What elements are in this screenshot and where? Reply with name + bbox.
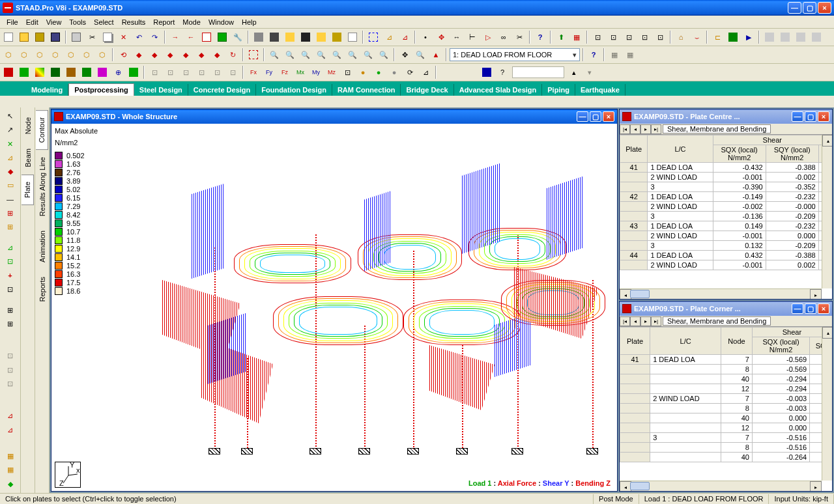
menu-help[interactable]: Help [238,17,261,27]
pan-button[interactable]: ✥ [397,48,412,62]
menu-report[interactable]: Report [149,17,179,27]
arrow-down-button[interactable]: ▾ [582,65,597,79]
copy-button[interactable] [100,30,115,44]
d1-button[interactable]: ⊡ [3,350,18,362]
zoom-in-button[interactable]: 🔍 [267,48,281,62]
win1-button[interactable] [762,30,777,44]
scissors-button[interactable]: ✂ [512,30,526,44]
arrow-out-button[interactable]: ← [184,30,198,44]
pc-max-button[interactable]: ▢ [805,111,816,122]
fx-button[interactable]: Fx [246,65,261,79]
arrow-up-button[interactable]: ▴ [567,65,581,79]
g8-button[interactable]: ⊡ [225,65,240,79]
vscroll[interactable] [822,327,832,481]
pr-min-button[interactable]: — [792,303,803,314]
move-button[interactable]: ✥ [434,30,448,44]
d3-button[interactable]: ⊡ [3,378,18,390]
ruler-button[interactable]: ⊿ [382,30,396,44]
view-top-button[interactable]: ⬡ [33,48,47,62]
redo-button[interactable]: ↷ [147,30,162,44]
mode-tab-piping[interactable]: Piping [542,84,575,96]
tool-button[interactable]: 🔧 [231,30,245,44]
dim-h-button[interactable]: ↔ [450,30,464,44]
plate-centre-titlebar[interactable]: EXAMP09.STD - Plate Centre ... — ▢ × [620,109,832,124]
p8-button[interactable]: ⊕ [111,65,125,79]
vtab-reports[interactable]: Reports [36,270,49,309]
g6-button[interactable]: ⊡ [194,65,208,79]
zoom-in2-button[interactable]: 🔍 [283,48,297,62]
zoom-window-button[interactable] [246,48,261,62]
menu-results[interactable]: Results [118,17,150,27]
rot6-button[interactable]: ◆ [210,48,224,62]
f3-button[interactable]: ◆ [3,478,18,490]
structure-titlebar[interactable]: EXAMP09.STD - Whole Structure — ▢ × [51,109,617,124]
st5-button[interactable]: ⊡ [653,30,667,44]
struct-close-button[interactable]: × [603,111,614,122]
r3-button[interactable]: ● [387,65,401,79]
zoom-dyn-button[interactable]: 🔍 [413,48,427,62]
zoom-d-button[interactable]: 🔍 [377,48,391,62]
f1-button[interactable]: ▦ [3,450,18,462]
close-button[interactable]: × [818,2,831,14]
cursor2-button[interactable]: ↗ [3,124,18,136]
hscroll[interactable] [620,481,822,491]
st4-button[interactable]: ⊡ [637,30,652,44]
loop-button[interactable]: ∞ [496,30,511,44]
menu-window[interactable]: Window [205,17,238,27]
solid-sel-button[interactable]: — [3,193,18,205]
win4-button[interactable] [809,30,824,44]
disp-button[interactable]: ⊡ [340,65,354,79]
open-file-button[interactable] [17,30,31,44]
view-front-button[interactable]: ⬡ [95,48,109,62]
mx-button[interactable]: Mx [293,65,308,79]
pc-tab-first[interactable]: |◂ [620,124,630,134]
p7-button[interactable] [95,65,109,79]
p3-button[interactable] [33,65,47,79]
new-file-button[interactable] [1,30,16,44]
folder2-button[interactable] [330,30,344,44]
plate-sel-button[interactable]: ◆ [3,165,18,178]
mode-tab-ram-connection[interactable]: RAM Connection [332,84,401,96]
menu-select[interactable]: Select [90,17,118,27]
menu-view[interactable]: View [42,17,66,27]
triangle-button[interactable]: ▷ [481,30,495,44]
folder-button[interactable] [314,30,328,44]
pc-sheet-tab[interactable]: Shear, Membrane and Bending [663,124,771,133]
snapshot2-button[interactable] [283,30,297,44]
mode-tab-steel-design[interactable]: Steel Design [134,84,188,96]
help-button[interactable]: ? [533,30,547,44]
b3-button[interactable]: + [3,269,18,281]
b2-button[interactable]: ⊡ [3,255,18,268]
ruler2-button[interactable]: ⊿ [397,30,412,44]
minimize-button[interactable]: — [788,2,801,14]
mode-tab-foundation-design[interactable]: Foundation Design [256,84,332,96]
open2-button[interactable] [33,30,47,44]
struct-max-button[interactable]: ▢ [590,111,601,122]
pc-tab-prev[interactable]: ◂ [630,124,640,134]
chart-button[interactable]: ⬆ [554,30,568,44]
zoom-c-button[interactable]: 🔍 [361,48,375,62]
vtab-node[interactable]: Node [22,110,35,141]
mode-tab-bridge-deck[interactable]: Bridge Deck [401,84,453,96]
rot2-button[interactable]: ◆ [147,48,162,62]
sec3-button[interactable]: ▶ [741,30,756,44]
arrow-in-button[interactable]: → [168,30,182,44]
load-case-select[interactable]: 1: DEAD LOAD FROM FLOOR [450,48,580,61]
menu-edit[interactable]: Edit [22,17,42,27]
rot5-button[interactable]: ◆ [194,48,208,62]
menu-tools[interactable]: Tools [65,17,90,27]
menu-mode[interactable]: Mode [179,17,205,27]
chart2-button[interactable]: ▦ [569,30,584,44]
p5-button[interactable] [64,65,78,79]
view-right-button[interactable]: ⬡ [79,48,94,62]
p2-button[interactable] [17,65,31,79]
r4-button[interactable]: ⟳ [403,65,417,79]
save-button[interactable] [48,30,63,44]
zoom-fit-button[interactable]: 🔍 [298,48,313,62]
doc3-button[interactable] [345,30,360,44]
win2-button[interactable] [778,30,792,44]
print-button[interactable] [69,30,83,44]
p9-button[interactable] [126,65,141,79]
r2-button[interactable]: ● [371,65,386,79]
r5-button[interactable]: ⊿ [418,65,433,79]
